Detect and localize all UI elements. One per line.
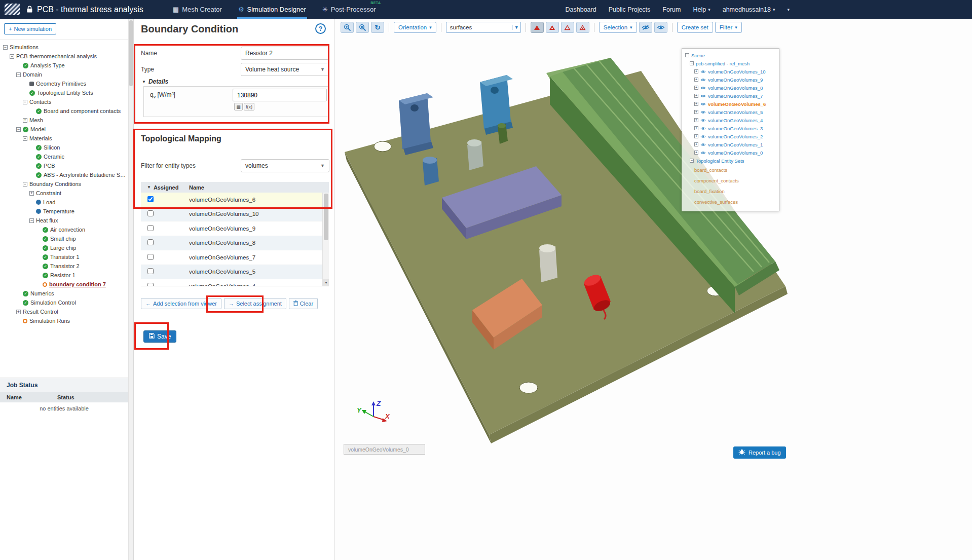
type-select[interactable]: Volume heat source ▼ [241,63,329,76]
expander-minus-icon[interactable]: − [3,45,8,50]
tree-item-topological-entity-sets[interactable]: ✓Topological Entity Sets [0,88,127,97]
new-simulation-button[interactable]: + New simulation [4,23,56,34]
scene-item-volumeongeovolumes-2[interactable]: +volumeOnGeoVolumes_2 [684,132,777,140]
pick-vertex-icon[interactable] [576,22,589,33]
table-row[interactable]: volumeOnGeoVolumes_10 [141,207,329,222]
tab-simulation-designer[interactable]: ⚙ Simulation Designer [237,0,307,19]
expander-minus-icon[interactable]: − [16,72,21,77]
scene-item-volumeongeovolumes-6[interactable]: +volumeOnGeoVolumes_6 [684,100,777,108]
tree-item-boundary-conditions[interactable]: −Boundary Conditions [0,179,127,189]
expander-plus-icon[interactable]: + [694,118,698,122]
eye-icon[interactable] [700,118,706,123]
pick-face-icon[interactable] [546,22,559,33]
eye-icon[interactable] [700,69,706,74]
expander-plus-icon[interactable]: + [694,110,698,114]
tree-item-pcb[interactable]: ✓PCB [0,161,127,170]
tree-item-pcb-thermomechanical-analysis[interactable]: −PCB-thermomechanical analysis [0,52,127,61]
tab-mesh-creator[interactable]: ▦ Mesh Creator [172,0,223,19]
white-cylinder-capacitor[interactable] [539,244,557,282]
expander-minus-icon[interactable]: − [690,159,694,163]
tree-item-load[interactable]: Load [0,198,127,207]
expander-plus-icon[interactable]: + [694,126,698,130]
tree-item-small-chip[interactable]: ✓Small chip [0,234,127,243]
tree-item-simulations[interactable]: −Simulations [0,43,127,52]
save-button[interactable]: Save [143,330,176,343]
eye-icon[interactable] [700,142,706,147]
scrollbar-thumb[interactable] [324,194,328,240]
tree-item-heat-flux[interactable]: −Heat flux [0,216,127,225]
qv-input[interactable] [233,89,327,101]
expander-plus-icon[interactable]: + [694,151,698,155]
expander-minus-icon[interactable]: − [690,61,694,65]
tree-item-materials[interactable]: −Materials [0,134,127,143]
tree-item-air-convection[interactable]: ✓Air convection [0,225,127,234]
clear-button[interactable]: Clear [289,298,318,309]
reset-view-icon[interactable]: ↻ [371,22,384,33]
entity-filter-select[interactable]: volumes ▼ [241,159,329,172]
assigned-column-header[interactable]: ▼ Assigned [141,184,189,191]
scene-item-volumeongeovolumes-5[interactable]: +volumeOnGeoVolumes_5 [684,108,777,116]
scene-item-volumeongeovolumes-1[interactable]: +volumeOnGeoVolumes_1 [684,140,777,148]
expander-minus-icon[interactable]: − [23,136,27,141]
scene-item-volumeongeovolumes-10[interactable]: +volumeOnGeoVolumes_10 [684,67,777,76]
scene-item-scene[interactable]: −Scene [684,51,777,59]
nav-dashboard[interactable]: Dashboard [566,6,596,13]
sidebar-scrollbar[interactable] [128,19,133,560]
tree-item-resistor-1[interactable]: ✓Resistor 1 [0,271,127,280]
name-column-header[interactable]: Name [189,184,204,191]
tree-item-simulation-control[interactable]: ✓Simulation Control [0,298,127,307]
table-row[interactable]: volumeOnGeoVolumes_4 [141,279,329,286]
create-set-button[interactable]: Create set [677,22,713,33]
simscale-logo-icon[interactable] [5,4,20,15]
tree-item-board-and-component-contacts[interactable]: ✓Board and component contacts [0,106,127,116]
user-menu[interactable]: ahmedhussain18 ▾ [723,6,775,13]
details-disclosure[interactable]: ▼ Details [142,78,168,85]
assigned-checkbox[interactable] [147,210,154,216]
show-all-eye-icon[interactable] [654,22,667,33]
tree-item-analysis-type[interactable]: ✓Analysis Type [0,61,127,70]
chevron-down-icon[interactable]: ▾ [787,7,790,12]
tree-item-numerics[interactable]: ✓Numerics [0,289,127,298]
table-row[interactable]: volumeOnGeoVolumes_9 [141,221,329,236]
render-mode-select[interactable]: surfaces ▼ [446,22,521,33]
scene-item-board-contacts[interactable]: board_contacts [684,165,777,175]
select-assignment-button[interactable]: → Select assignment [224,298,286,309]
pick-edge-icon[interactable] [561,22,574,33]
assigned-checkbox[interactable] [147,268,154,274]
scene-item-volumeongeovolumes-4[interactable]: +volumeOnGeoVolumes_4 [684,116,777,124]
scene-item-volumeongeovolumes-8[interactable]: +volumeOnGeoVolumes_8 [684,84,777,92]
expander-plus-icon[interactable]: + [23,118,27,123]
scene-item-volumeongeovolumes-0[interactable]: +volumeOnGeoVolumes_0 [684,148,777,157]
zoom-in-icon[interactable] [341,22,354,33]
tree-item-contacts[interactable]: −Contacts [0,97,127,106]
expander-plus-icon[interactable]: + [694,134,698,138]
formula-fx-button[interactable]: f(x) [244,103,254,110]
tree-item-geometry-primitives[interactable]: Geometry Primitives [0,79,127,88]
table-row[interactable]: volumeOnGeoVolumes_7 [141,250,329,265]
eye-icon[interactable] [700,102,706,106]
eye-icon[interactable] [700,110,706,115]
tree-item-transistor-1[interactable]: ✓Transistor 1 [0,252,127,262]
table-row[interactable]: volumeOnGeoVolumes_5 [141,265,329,280]
assigned-checkbox[interactable] [147,239,154,245]
scene-item-volumeongeovolumes-7[interactable]: +volumeOnGeoVolumes_7 [684,92,777,100]
eye-icon[interactable] [700,151,706,155]
eye-icon[interactable] [700,126,706,131]
expander-plus-icon[interactable]: + [694,69,698,73]
tree-item-temperature[interactable]: Temperature [0,207,127,216]
expander-minus-icon[interactable]: − [23,182,27,186]
tree-item-ceramic[interactable]: ✓Ceramic [0,152,127,161]
expander-minus-icon[interactable]: − [29,218,34,223]
expander-minus-icon[interactable]: − [685,53,689,57]
tree-item-domain[interactable]: −Domain [0,70,127,79]
tree-item-boundary-condition-7[interactable]: boundary condition 7 [0,280,127,289]
eye-icon[interactable] [700,78,706,82]
pick-volume-icon[interactable] [531,22,544,33]
tree-item-large-chip[interactable]: ✓Large chip [0,243,127,252]
nav-public-projects[interactable]: Public Projects [609,6,651,13]
name-input[interactable] [241,47,329,60]
scene-item-convective-surfaces[interactable]: convective_surfaces [684,197,777,207]
assigned-checkbox[interactable] [147,283,154,286]
tree-item-silicon[interactable]: ✓Silicon [0,143,127,152]
filter-dropdown[interactable]: Filter ▾ [715,22,742,33]
